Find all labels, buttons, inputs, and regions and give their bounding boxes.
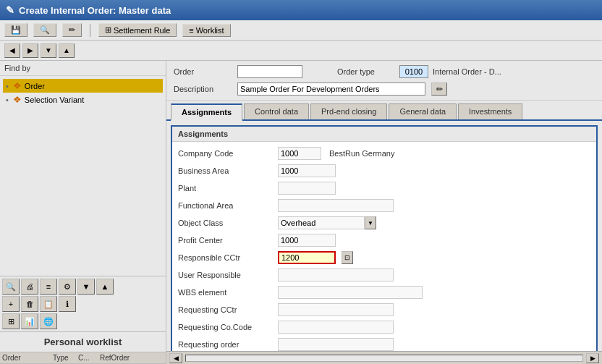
sidebar-item-selection-variant[interactable]: • ❖ Selection Variant <box>3 93 163 106</box>
sidebar-tree: • ❖ Order • ❖ Selection Variant <box>0 76 166 276</box>
description-label: Description <box>174 85 232 93</box>
responsible-cctr-label: Responsible CCtr <box>178 253 272 262</box>
tool-filter-btn[interactable]: ▼ <box>77 279 95 295</box>
profit-center-label: Profit Center <box>178 236 272 245</box>
tab-general-data[interactable]: General data <box>389 103 457 119</box>
tool-row-2: + 🗑 📋 ℹ <box>2 296 164 312</box>
toolbar: 💾 🔍 ✏ ⊞ Settlement Rule ≡ Worklist <box>0 20 602 41</box>
business-area-label: Business Area <box>178 166 272 175</box>
worklist-button[interactable]: ≡ Worklist <box>182 24 230 37</box>
order-label: Order <box>174 67 232 76</box>
tool-add-btn[interactable]: + <box>2 296 20 312</box>
company-code-text: BestRun Germany <box>327 148 397 158</box>
sidebar-tools: 🔍 🖨 ≡ ⚙ ▼ ▲ + 🗑 📋 ℹ ⊞ 📊 🌐 <box>0 276 166 332</box>
field-row-user-responsible: User Responsible <box>178 266 590 284</box>
tab-prd-end-closing[interactable]: Prd-end closing <box>310 103 387 119</box>
object-class-dropdown[interactable]: ▼ <box>278 216 376 229</box>
tree-bullet-sv: • <box>6 96 9 104</box>
tool-search-btn[interactable]: 🔍 <box>2 279 20 295</box>
tool-delete-btn[interactable]: 🗑 <box>21 296 38 312</box>
tool-info-btn[interactable]: ℹ <box>59 296 76 312</box>
field-row-profit-center: Profit Center <box>178 232 590 249</box>
col-order: Order <box>2 354 53 362</box>
order-type-input[interactable] <box>399 65 428 78</box>
responsible-cctr-search-btn[interactable]: ⊡ <box>342 251 353 264</box>
tool-expand-btn[interactable]: ⊞ <box>2 313 20 329</box>
nav-back-button[interactable]: ◀ <box>4 43 20 58</box>
company-code-input[interactable] <box>278 147 321 160</box>
settlement-rule-button[interactable]: ⊞ Settlement Rule <box>98 23 177 37</box>
nav-sort-button[interactable]: ▲ <box>59 43 75 58</box>
object-class-input[interactable] <box>278 216 365 229</box>
assignments-panel[interactable]: Assignments Company Code BestRun Germany… <box>166 121 602 351</box>
col-type: Type <box>53 354 78 362</box>
edit-button[interactable]: ✏ <box>62 23 82 37</box>
header-row-description: Description ✏ <box>174 82 595 96</box>
plant-input[interactable] <box>278 182 336 195</box>
tool-row-1: 🔍 🖨 ≡ ⚙ ▼ ▲ <box>2 279 164 295</box>
toolbar-separator <box>90 24 90 37</box>
nav-forward-button[interactable]: ▶ <box>22 43 38 58</box>
find-button[interactable]: 🔍 <box>33 23 56 37</box>
field-row-object-class: Object Class ▼ <box>178 214 590 232</box>
field-row-requesting-co-code: Requesting Co.Code <box>178 318 590 336</box>
nav-toolbar: ◀ ▶ ▼ ▲ <box>0 41 602 61</box>
bottom-left-btn[interactable]: ◀ <box>169 353 182 363</box>
assignments-box: Assignments Company Code BestRun Germany… <box>171 125 598 351</box>
field-row-requesting-cctr: Requesting CCtr <box>178 301 590 318</box>
assignments-content: Company Code BestRun Germany Business Ar… <box>172 142 596 351</box>
tool-print-btn[interactable]: 🖨 <box>21 279 38 295</box>
wbs-input[interactable] <box>278 286 423 299</box>
order-icon: ❖ <box>13 80 22 91</box>
requesting-co-code-input[interactable] <box>278 321 394 334</box>
tool-config-btn[interactable]: ⚙ <box>59 279 76 295</box>
col-reforder: RefOrder <box>100 354 143 362</box>
field-row-requesting-order: Requesting order <box>178 336 590 351</box>
order-type-desc: Internal Order - D... <box>433 67 501 76</box>
content-area: Order Order type Internal Order - D... D… <box>166 61 602 364</box>
profit-center-input[interactable] <box>278 234 336 247</box>
personal-worklist-label: Personal worklist <box>0 332 166 352</box>
order-header: Order Order type Internal Order - D... D… <box>166 61 602 101</box>
tool-globe-btn[interactable]: 🌐 <box>40 313 57 329</box>
description-input[interactable] <box>237 82 425 96</box>
user-responsible-input[interactable] <box>278 268 394 282</box>
company-code-label: Company Code <box>178 149 272 158</box>
field-row-wbs: WBS element <box>178 284 590 301</box>
field-row-plant: Plant <box>178 179 590 197</box>
functional-area-input[interactable] <box>278 199 394 212</box>
tool-sort-btn[interactable]: ▲ <box>96 279 114 295</box>
edit-description-btn[interactable]: ✏ <box>431 82 447 96</box>
bottom-scrollbar[interactable] <box>185 355 583 362</box>
save-button[interactable]: 💾 <box>4 23 27 37</box>
order-input[interactable] <box>237 65 302 78</box>
find-by-label: Find by <box>0 61 166 76</box>
requesting-cctr-label: Requesting CCtr <box>178 305 272 314</box>
settlement-rule-icon: ⊞ <box>105 25 111 35</box>
sidebar-item-order[interactable]: • ❖ Order <box>3 79 163 93</box>
requesting-cctr-input[interactable] <box>278 303 394 316</box>
sidebar-item-sv-label: Selection Variant <box>25 96 84 104</box>
nav-filter-button[interactable]: ▼ <box>41 43 56 58</box>
requesting-order-input[interactable] <box>278 338 394 351</box>
main-layout: Find by • ❖ Order • ❖ Selection Variant … <box>0 61 602 364</box>
tool-list-btn[interactable]: ≡ <box>40 279 57 295</box>
tab-investments[interactable]: Investments <box>458 103 522 119</box>
field-row-business-area: Business Area <box>178 162 590 179</box>
bottom-right-btn[interactable]: ▶ <box>586 353 599 363</box>
object-class-dropdown-btn[interactable]: ▼ <box>365 216 376 229</box>
tool-copy-btn[interactable]: 📋 <box>40 296 57 312</box>
tab-control-data[interactable]: Control data <box>244 103 309 119</box>
title-bar: ✎ Create Internal Order: Master data <box>0 0 602 20</box>
tab-assignments[interactable]: Assignments <box>171 103 242 121</box>
col-c: C... <box>78 354 100 362</box>
requesting-order-label: Requesting order <box>178 340 272 349</box>
business-area-input[interactable] <box>278 164 336 177</box>
worklist-icon: ≡ <box>189 26 193 35</box>
sidebar-list-header: Order Type C... RefOrder <box>0 352 166 364</box>
sidebar: Find by • ❖ Order • ❖ Selection Variant … <box>0 61 166 364</box>
responsible-cctr-input[interactable] <box>278 251 336 264</box>
bottom-bar: ◀ ▶ <box>166 351 602 364</box>
field-row-functional-area: Functional Area <box>178 197 590 214</box>
tool-chart-btn[interactable]: 📊 <box>21 313 38 329</box>
